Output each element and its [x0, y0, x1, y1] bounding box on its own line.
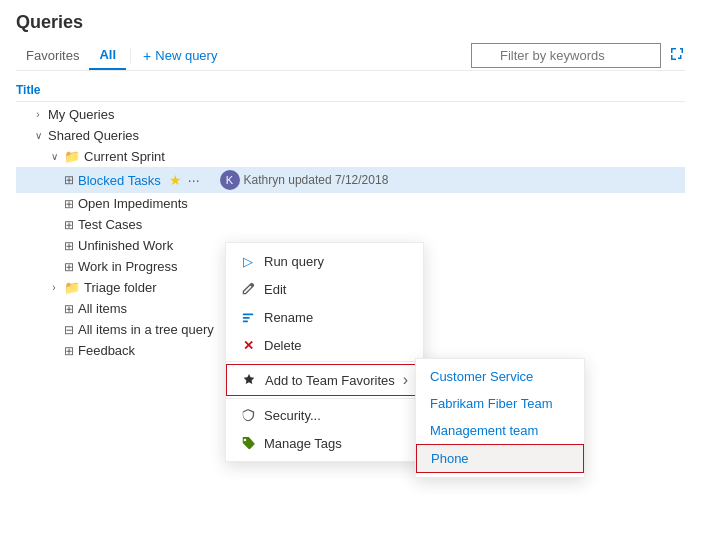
triage-folder-label: Triage folder	[84, 280, 157, 295]
query-icon-wip: ⊞	[64, 260, 74, 274]
menu-delete[interactable]: ✕ Delete	[226, 331, 423, 359]
chevron-down-icon: ∨	[32, 130, 44, 142]
triangle-right-icon: ▷	[240, 253, 256, 269]
my-queries-label: My Queries	[48, 107, 114, 122]
menu-security[interactable]: Security...	[226, 401, 423, 429]
open-impediments-label: Open Impediments	[78, 196, 188, 211]
chevron-right-icon: ›	[32, 109, 44, 121]
run-query-label: Run query	[264, 254, 324, 269]
management-team-label: Management team	[430, 423, 538, 438]
shared-queries-label: Shared Queries	[48, 128, 139, 143]
query-icon-uw: ⊞	[64, 239, 74, 253]
queries-page: Queries Favorites All + New query Title	[0, 0, 701, 373]
filter-input[interactable]	[471, 43, 661, 68]
tree-row-my-queries[interactable]: › My Queries	[16, 104, 685, 125]
tabs-bar: Favorites All + New query	[16, 41, 685, 71]
tree-row-blocked-tasks[interactable]: ⊞ Blocked Tasks ★ ··· K Kathryn updated …	[16, 167, 685, 193]
star-icon: ★	[169, 172, 182, 188]
menu-edit[interactable]: Edit	[226, 275, 423, 303]
tag-icon	[240, 435, 256, 451]
menu-run-query[interactable]: ▷ Run query	[226, 247, 423, 275]
tree-row-current-sprint[interactable]: ∨ 📁 Current Sprint	[16, 146, 685, 167]
submenu-fabrikam-fiber-team[interactable]: Fabrikam Fiber Team	[416, 390, 584, 417]
query-icon-fb: ⊞	[64, 344, 74, 358]
feedback-label: Feedback	[78, 343, 135, 358]
updated-info: K Kathryn updated 7/12/2018	[220, 170, 389, 190]
fabrikam-fiber-team-label: Fabrikam Fiber Team	[430, 396, 553, 411]
tab-all[interactable]: All	[89, 41, 126, 70]
menu-manage-tags[interactable]: Manage Tags	[226, 429, 423, 457]
folder-icon: 📁	[64, 149, 80, 164]
menu-rename[interactable]: Rename	[226, 303, 423, 331]
svg-rect-2	[243, 321, 248, 323]
delete-label: Delete	[264, 338, 302, 353]
submenu-management-team[interactable]: Management team	[416, 417, 584, 444]
folder-icon-triage: 📁	[64, 280, 80, 295]
filter-wrap	[471, 43, 661, 68]
test-cases-label: Test Cases	[78, 217, 142, 232]
phone-label: Phone	[431, 451, 469, 466]
query-icon-blocked: ⊞	[64, 173, 74, 187]
context-menu: ▷ Run query Edit Rename ✕ Delete	[225, 242, 424, 462]
rename-icon	[240, 309, 256, 325]
avatar: K	[220, 170, 240, 190]
add-to-team-favorites-label: Add to Team Favorites	[265, 373, 395, 388]
tree-row-shared-queries[interactable]: ∨ Shared Queries	[16, 125, 685, 146]
x-icon: ✕	[240, 337, 256, 353]
tab-favorites[interactable]: Favorites	[16, 42, 89, 69]
chevron-right-icon-triage: ›	[48, 282, 60, 294]
tab-divider	[130, 48, 131, 64]
submenu-team-favorites: Customer Service Fabrikam Fiber Team Man…	[415, 358, 585, 478]
all-items-tree-label: All items in a tree query	[78, 322, 214, 337]
security-label: Security...	[264, 408, 321, 423]
query-icon-oi: ⊞	[64, 197, 74, 211]
submenu-phone[interactable]: Phone	[416, 444, 584, 473]
edit-label: Edit	[264, 282, 286, 297]
query-icon-tc: ⊞	[64, 218, 74, 232]
filter-area	[471, 43, 685, 68]
svg-rect-0	[243, 314, 254, 316]
updated-text: Kathryn updated 7/12/2018	[244, 173, 389, 187]
tree-row-test-cases[interactable]: ⊞ Test Cases	[16, 214, 685, 235]
rename-label: Rename	[264, 310, 313, 325]
new-query-button[interactable]: + New query	[135, 42, 225, 70]
work-in-progress-label: Work in Progress	[78, 259, 177, 274]
query-icon-ai: ⊞	[64, 302, 74, 316]
customer-service-label: Customer Service	[430, 369, 533, 384]
plus-icon: +	[143, 48, 151, 64]
menu-divider-2	[226, 398, 423, 399]
page-title: Queries	[16, 12, 685, 33]
unfinished-work-label: Unfinished Work	[78, 238, 173, 253]
menu-divider-1	[226, 361, 423, 362]
query-icon-ait: ⊟	[64, 323, 74, 337]
expand-icon[interactable]	[669, 46, 685, 66]
manage-tags-label: Manage Tags	[264, 436, 342, 451]
menu-add-to-team-favorites[interactable]: Add to Team Favorites	[226, 364, 423, 396]
submenu-customer-service[interactable]: Customer Service	[416, 363, 584, 390]
new-query-label: New query	[155, 48, 217, 63]
current-sprint-label: Current Sprint	[84, 149, 165, 164]
star-add-icon	[241, 372, 257, 388]
tree-row-open-impediments[interactable]: ⊞ Open Impediments	[16, 193, 685, 214]
column-title: Title	[16, 79, 685, 102]
shield-icon	[240, 407, 256, 423]
blocked-tasks-label: Blocked Tasks	[78, 173, 161, 188]
svg-rect-1	[243, 317, 250, 319]
pencil-icon	[240, 281, 256, 297]
all-items-label: All items	[78, 301, 127, 316]
chevron-down-icon-2: ∨	[48, 151, 60, 163]
dots-button[interactable]: ···	[188, 172, 200, 188]
